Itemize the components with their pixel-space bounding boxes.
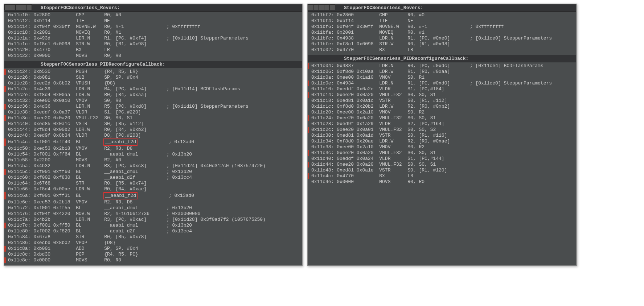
disasm-line[interactable]: 0x11c2c: 0x4c39 LDR.N R4, [PC, #0xe4] ; … [8,86,298,92]
highlight-box: __aeabi_f2d [103,192,138,199]
disasm-line[interactable]: 0x11c1c: 0xf8d0 0x20b2 LDR.W R2, [R0, #0… [311,104,573,109]
disasm-line[interactable]: 0x11c02: 0x4770 BX LR [311,47,573,53]
disasm-line[interactable]: 0x11c1a: 0x493d LDR.N R1, [PC, #0xf4] ; … [8,36,298,41]
address-hex-mnemonic: 0x11c22: 0x0000 MOVS [8,53,104,58]
operands: S0, S0, S1 [407,150,470,156]
disasm-line[interactable]: 0x11c5a: 0x4b32 LDR.N R3, [PC, #0xc8] ; … [8,163,298,169]
disasm-line[interactable]: 0x11c30: 0xed81 0x0a1d VSTR S0, [R1, #11… [311,133,573,138]
operands: R2, [R0, #0xb2] [407,104,470,109]
operands: S0, [R1, #120] [407,168,470,173]
disasm-line[interactable]: 0x11c34: 0xf8d0 0x20ae LDR.W R2, [R0, #0… [311,138,573,144]
disasm-line[interactable]: 0x11c7a: 0x4b2b LDR.N R3, [PC, #0xac] ; … [8,217,298,223]
disasm-line[interactable]: 0x11c60: 0xf002 0xf830 BL __aeabi_d2f ; … [8,175,298,181]
disasm-line[interactable]: 0x11c8e: 0x0000 MOVS R0, R0 [8,257,298,263]
address-hex-mnemonic: 0x11c4e: 0x0000 MOVS [311,179,407,185]
disasm-line[interactable]: 0x11c4e: 0x0000 MOVS R0, R0 [311,179,573,185]
disasm-line[interactable]: 0x11bfa: 0x2001 MOVEQ R0, #1 [311,30,573,36]
disasm-line[interactable]: 0x11c4c: 0xf001 0xff40 BL __aeabi_f2d ; … [8,138,298,146]
operands: R0, #-1 [104,24,167,29]
disasm-line[interactable]: 0x11c48: 0xed81 0x0a1e VSTR S0, [R1, #12… [311,168,573,173]
disasm-line[interactable]: 0x11c44: 0xf8d4 0x00b2 LDR.W R0, [R4, #0… [8,127,298,133]
address-hex-mnemonic: 0x11bf6: 0xf04f 0x30ff MOVNE.W [311,24,407,29]
operands: R0, [R4, #0xaa] [104,92,167,98]
disasm-line[interactable]: 0x11c26: 0xb081 SUB SP, SP, #0x4 [8,75,298,80]
disasm-line[interactable]: 0x11c04: 0x4837 LDR.N R0, [PC, #0xdc] ; … [311,63,573,69]
disasm-line[interactable]: 0x11c40: 0xeddf 0x0a24 VLDR S1, [PC,#144… [311,156,573,162]
disasm-line[interactable]: 0x11c58: 0x2200 MOVS R2, #0 [8,157,298,163]
address-hex-mnemonic: 0x11c1c: 0xf8d0 0x20b2 LDR.W [311,104,407,109]
comment: ; [0x11d10] StepperParameters [167,36,249,41]
comment: ; 0x13b20 [167,169,192,174]
disasm-line[interactable]: 0x11c10: 0xeddf 0x0a2e VLDR S1, [PC,#184… [311,86,573,92]
disasm-line[interactable]: 0x11c2c: 0xee20 0x0a01 VMUL.F32 S0, S0, … [311,127,573,133]
address-hex-mnemonic: 0x11c8e: 0x0000 MOVS [8,257,104,263]
disasm-line[interactable]: 0x11c28: 0xed2d 0x8b02 VPUSH {D8} [8,80,298,86]
disasm-line[interactable]: 0x11c48: 0xed9f 0x8b34 VLDR D8, [PC,#208… [8,133,298,138]
disasm-line[interactable]: 0x11c84: 0x67a8 STR R0, [R5, #0x78] [8,234,298,240]
operands: S0, R2 [407,109,470,115]
disasm-line[interactable]: 0x11c3c: 0xee20 0x0a20 VMUL.F32 S0, S0, … [311,150,573,156]
operands: R0, #0 [104,12,167,18]
disasm-line[interactable]: 0x11c0e: 0x4934 LDR.N R1, [PC, #0xd0] ; … [311,80,573,86]
disasm-line[interactable]: 0x11c2e: 0xf8d4 0x00aa LDR.W R0, [R4, #0… [8,92,298,98]
disasm-line[interactable]: 0x11c12: 0xbf14 ITE NE [8,18,298,24]
operands: R5, [PC, #0xd8] [104,104,167,109]
disasm-line[interactable]: 0x11c38: 0xeddf 0x0a37 VLDR S1, [PC,#220… [8,109,298,115]
disasm-line[interactable]: 0x11bf4: 0xbf14 ITE NE [311,18,573,24]
disasm-line[interactable]: 0x11c54: 0xf001 0xff64 BL __aeabi_dmul ;… [8,152,298,157]
disasm-line[interactable]: 0x11c0a: 0xee00 0x1a10 VMOV S0, R1 [311,75,573,80]
disasm-line[interactable]: 0x11c76: 0xf04f 0x4220 MOV.W R2, #-16106… [8,211,298,217]
gutter-tab [21,4,26,10]
operands: R2, #-1610612736 [104,211,167,216]
disasm-line[interactable]: 0x11c5c: 0xf001 0xff60 BL __aeabi_dmul ;… [8,169,298,175]
disasm-line[interactable]: 0x11c28: 0xed9f 0x1a29 VLDR S2, [PC,#164… [311,121,573,127]
disasm-line[interactable]: 0x11c20: 0xee00 0x2a10 VMOV S0, R2 [311,109,573,115]
address-hex-mnemonic: 0x11c44: 0xf8d4 0x00b2 LDR.W [8,127,104,132]
disasm-line[interactable]: 0x11c3c: 0xee20 0x0a20 VMUL.F32 S0, S0, … [8,115,298,121]
disasm-line[interactable]: 0x11c86: 0xecbd 0x8b02 VPOP {D8} [8,240,298,246]
disasm-line[interactable]: 0x11c20: 0x4770 BX LR [8,47,298,53]
disasm-line[interactable]: 0x11c18: 0x2001 MOVEQ R0, #1 [8,30,298,36]
section-header: StepperFOCSensorless_Revers: [4,4,302,12]
disasm-line[interactable]: 0x11c1c: 0xf8c1 0x0098 STR.W R0, [R1, #0… [8,41,298,47]
section-header: StepperFOCSensorless_PIDReconfigureCallb… [4,61,302,68]
operands: R0, [R5, #0x74] [104,181,167,186]
disasm-line[interactable]: 0x11bfc: 0x4938 LDR.N R1, [PC, #0xe0] ; … [311,36,573,41]
disasm-line[interactable]: 0x11c36: 0x4d36 LDR.N R5, [PC, #0xd8] ; … [8,104,298,109]
operands: SP, SP, #0x4 [104,75,167,80]
disasm-line[interactable]: 0x11c14: 0xf04f 0x30ff MOVNE.W R0, #-1 ;… [8,24,298,30]
disasm-line[interactable]: 0x11c24: 0xee20 0x0a20 VMUL.F32 S0, S0, … [311,115,573,121]
disasm-line[interactable]: 0x11c50: 0xec53 0x2b18 VMOV R2, R3, D8 [8,146,298,152]
disasm-line[interactable]: 0x11c06: 0xf8d0 0x10aa LDR.W R1, [R0, #0… [311,69,573,75]
disasm-line[interactable]: 0x11c22: 0x0000 MOVS R0, R0 [8,53,298,59]
address-hex-mnemonic: 0x11c48: 0xed81 0x0a1e VSTR [311,168,407,173]
disasm-line[interactable]: 0x11c24: 0xb530 PUSH {R4, R5, LR} [8,69,298,75]
disasm-line[interactable]: 0x11c80: 0xf002 0xf820 BL __aeabi_d2f ; … [8,228,298,234]
disasm-line[interactable]: 0x11bf6: 0xf04f 0x30ff MOVNE.W R0, #-1 ;… [311,24,573,30]
comment: ; [0x11d24] 0x40d312c0 (1087574720) [167,163,266,169]
disasm-line[interactable]: 0x11c18: 0xed81 0x0a1c VSTR S0, [R1, #11… [311,98,573,104]
disasm-line[interactable]: 0x11c38: 0xee00 0x2a10 VMOV S0, R2 [311,144,573,150]
highlight-box: __aeabi_f2d [103,138,138,146]
disasm-line[interactable]: 0x11bf2: 0x2800 CMP R0, #0 [311,12,573,18]
disasm-panel: StepperFOCSensorless_Revers:0x11c10: 0x2… [4,4,303,266]
disasm-line[interactable]: 0x11c64: 0x6768 STR R0, [R5, #0x74] [8,181,298,186]
disasm-line[interactable]: 0x11c6e: 0xec53 0x2b18 VMOV R2, R3, D8 [8,199,298,205]
gutter-tab [319,4,324,10]
disasm-line[interactable]: 0x11c10: 0x2800 CMP R0, #0 [8,12,298,18]
disasm-line[interactable]: 0x11c40: 0xed85 0x0a1c VSTR S0, [R5, #11… [8,121,298,127]
disasm-line[interactable]: 0x11c7c: 0xf001 0xff50 BL __aeabi_dmul ;… [8,223,298,228]
disasm-line[interactable]: 0x11c32: 0xee00 0x0a10 VMOV S0, R0 [8,98,298,104]
disasm-line[interactable]: 0x11c8a: 0xb001 ADD SP, SP, #0x4 [8,246,298,252]
disasm-line[interactable]: 0x11c4c: 0x4770 BX LR [311,173,573,179]
gutter-tab [10,4,16,10]
disasm-line[interactable]: 0x11c44: 0xee20 0x0a20 VMUL.F32 S0, S0, … [311,162,573,168]
disasm-line[interactable]: 0x11c72: 0xf001 0xff55 BL __aeabi_dmul ;… [8,205,298,211]
disasm-line[interactable]: 0x11c8c: 0xbd30 POP {R4, R5, PC} [8,252,298,257]
disasm-line[interactable]: 0x11c14: 0xee20 0x0a20 VMUL.F32 S0, S0, … [311,92,573,98]
disasm-line[interactable]: 0x11bfe: 0xf8c1 0x0098 STR.W R0, [R1, #0… [311,41,573,47]
operands: R0, [R1, #0x98] [104,41,167,47]
disasm-line[interactable]: 0x11c6a: 0xf001 0xff31 BL __aeabi_f2d ; … [8,192,298,199]
address-hex-mnemonic: 0x11c14: 0xf04f 0x30ff MOVNE.W [8,24,104,29]
disasm-line[interactable]: 0x11c66: 0xf8d4 0x00ae LDR.W R0, [R4, #0… [8,186,298,192]
